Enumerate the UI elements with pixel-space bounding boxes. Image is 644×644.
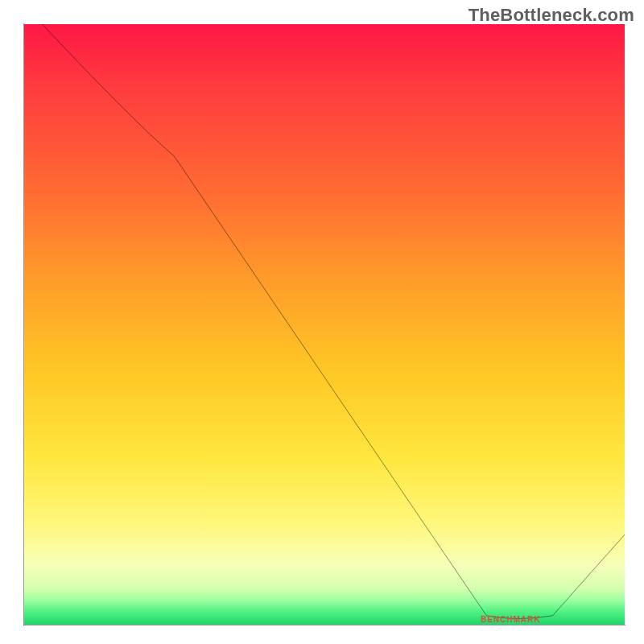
benchmark-label: BENCHMARK (481, 615, 541, 624)
axes (23, 23, 625, 625)
plot-area: BENCHMARK (24, 24, 625, 625)
watermark-text: TheBottleneck.com (469, 5, 634, 26)
chart-container: TheBottleneck.com BENCHMARK (0, 0, 644, 644)
